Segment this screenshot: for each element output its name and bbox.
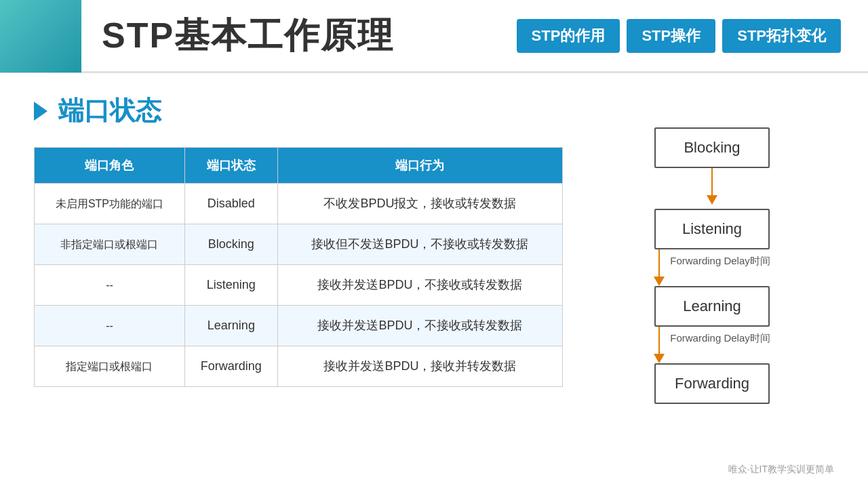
cell-state-3: Learning [184,306,277,346]
arrow-line-2 [658,249,660,277]
col-header-role: 端口角色 [35,148,185,184]
cell-behavior-2: 接收并发送BPDU，不接收或转发数据 [277,265,562,306]
delay-label-2: Forwarding Delay时间 [670,332,770,345]
diagram-label-listening: Listening [682,220,742,238]
table-row: 未启用STP功能的端口 Disabled 不收发BPDU报文，接收或转发数据 [35,184,563,224]
arrow-tip-2 [654,277,665,286]
arrow-tip-3 [654,354,665,363]
left-panel: 端口状态 端口角色 端口状态 端口行为 未启用STP功能的端口 Disabled… [34,94,563,404]
diagram-label-learning: Learning [683,298,741,315]
arrow-group-2: Forwarding Delay时间 [654,249,770,286]
diagram-box-listening: Listening [654,209,770,249]
tab-stp-role[interactable]: STP的作用 [517,19,620,53]
section-title-row: 端口状态 [34,94,563,128]
section-arrow-icon [34,102,47,121]
cell-role-3: -- [35,306,185,346]
cell-behavior-4: 接收并发送BPDU，接收并转发数据 [277,346,562,387]
section-title: 端口状态 [58,94,161,128]
table-row: -- Learning 接收并发送BPDU，不接收或转发数据 [35,306,563,346]
diagram-label-blocking: Blocking [684,139,740,157]
header-accent [0,0,81,73]
cell-role-1: 非指定端口或根端口 [35,224,185,265]
arrow-line-1 [711,168,713,195]
delay-label-1: Forwarding Delay时间 [670,255,770,268]
right-panel: Blocking Listening Forwarding Delay时间 [590,94,834,404]
arrow-tip-1 [707,195,717,205]
cell-role-2: -- [35,265,185,306]
cell-state-4: Forwarding [184,346,277,387]
table-row: 非指定端口或根端口 Blocking 接收但不发送BPDU，不接收或转发数据 [35,224,563,265]
tab-stp-operation[interactable]: STP操作 [627,19,715,53]
state-diagram: Blocking Listening Forwarding Delay时间 [654,127,770,404]
diagram-box-learning: Learning [654,286,770,327]
header: STP基本工作原理 STP的作用 STP操作 STP拓扑变化 [0,0,868,73]
diagram-label-forwarding: Forwarding [675,375,749,392]
footer: 唯众·让IT教学实训更简单 [728,464,834,476]
tab-stp-topology[interactable]: STP拓扑变化 [722,19,841,53]
cell-state-2: Listening [184,265,277,306]
arrow-2 [654,249,665,286]
diagram-box-forwarding: Forwarding [654,363,770,404]
col-header-behavior: 端口行为 [277,148,562,184]
page-title: STP基本工作原理 [102,12,517,60]
main-content: 端口状态 端口角色 端口状态 端口行为 未启用STP功能的端口 Disabled… [0,73,868,418]
table-row: -- Listening 接收并发送BPDU，不接收或转发数据 [35,265,563,306]
arrow-1 [707,168,717,209]
col-header-state: 端口状态 [184,148,277,184]
cell-role-0: 未启用STP功能的端口 [35,184,185,224]
arrow-group-3: Forwarding Delay时间 [654,327,770,363]
cell-behavior-3: 接收并发送BPDU，不接收或转发数据 [277,306,562,346]
cell-behavior-0: 不收发BPDU报文，接收或转发数据 [277,184,562,224]
table-header-row: 端口角色 端口状态 端口行为 [35,148,563,184]
cell-role-4: 指定端口或根端口 [35,346,185,387]
cell-behavior-1: 接收但不发送BPDU，不接收或转发数据 [277,224,562,265]
cell-state-0: Disabled [184,184,277,224]
port-state-table: 端口角色 端口状态 端口行为 未启用STP功能的端口 Disabled 不收发B… [34,147,563,387]
arrow-line-3 [658,327,660,354]
arrow-3 [654,327,665,363]
footer-text: 唯众·让IT教学实训更简单 [728,464,834,474]
table-row: 指定端口或根端口 Forwarding 接收并发送BPDU，接收并转发数据 [35,346,563,387]
cell-state-1: Blocking [184,224,277,265]
diagram-box-blocking: Blocking [654,127,770,168]
header-tabs: STP的作用 STP操作 STP拓扑变化 [517,19,841,53]
